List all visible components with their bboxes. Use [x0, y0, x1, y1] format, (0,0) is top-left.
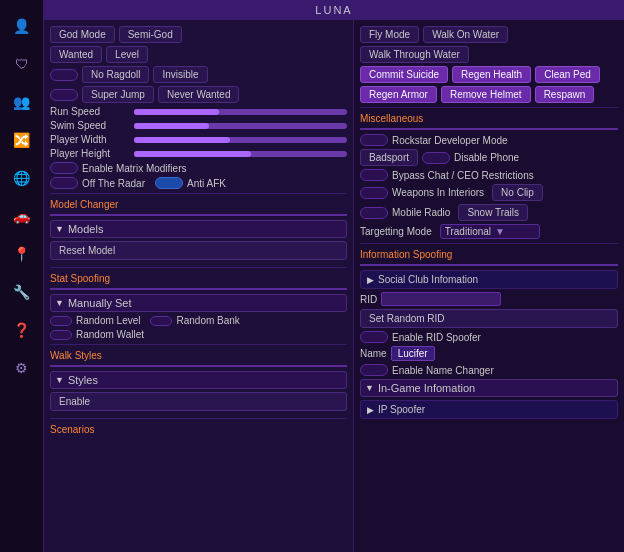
stat-spoofing-header: Stat Spoofing — [50, 273, 347, 284]
targeting-dropdown-arrow-icon: ▼ — [495, 226, 505, 237]
reset-model-button[interactable]: Reset Model — [50, 241, 347, 260]
ip-spoofer-row[interactable]: ▶ IP Spoofer — [360, 400, 618, 419]
enable-rid-toggle[interactable] — [360, 331, 388, 343]
misc-header: Miscellaneous — [360, 113, 618, 124]
sidebar-icon-settings[interactable]: ⚙ — [6, 352, 38, 384]
targeting-dropdown[interactable]: Traditional ▼ — [440, 224, 540, 239]
enable-button[interactable]: Enable — [50, 392, 347, 411]
level-label: Level — [115, 49, 139, 60]
wanted-button[interactable]: Wanted — [50, 46, 102, 63]
rockstar-dev-label: Rockstar Developer Mode — [392, 135, 508, 146]
name-value[interactable]: Lucifer — [391, 346, 435, 361]
armor-row: Regen Armor Remove Helmet Respawn — [360, 86, 618, 103]
walk-through-water-button[interactable]: Walk Through Water — [360, 46, 469, 63]
random-bank-label: Random Bank — [176, 315, 239, 326]
run-speed-label: Run Speed — [50, 106, 130, 117]
no-clip-button[interactable]: No Clip — [492, 184, 543, 201]
enable-name-toggle[interactable] — [360, 364, 388, 376]
mobile-radio-label: Mobile Radio — [392, 207, 450, 218]
models-collapse[interactable]: ▼ Models — [50, 220, 347, 238]
sidebar-icon-question[interactable]: ❓ — [6, 314, 38, 346]
radar-afk-row: Off The Radar Anti AFK — [50, 177, 347, 189]
rockstar-dev-toggle[interactable] — [360, 134, 388, 146]
matrix-toggle[interactable] — [50, 162, 78, 174]
sidebar-icon-car[interactable]: 🚗 — [6, 200, 38, 232]
weapons-toggle[interactable] — [360, 187, 388, 199]
bypass-chat-toggle[interactable] — [360, 169, 388, 181]
player-width-slider[interactable] — [134, 137, 347, 143]
disable-phone-toggle[interactable] — [422, 152, 450, 164]
badsport-button[interactable]: Badsport — [360, 149, 418, 166]
random-wallet-row: Random Wallet — [50, 329, 347, 340]
scenarios-header: Scenarios — [50, 424, 347, 435]
regen-health-button[interactable]: Regen Health — [452, 66, 531, 83]
ip-spoofer-triangle-icon: ▶ — [367, 405, 374, 415]
rid-input[interactable] — [381, 292, 501, 306]
swim-speed-row: Swim Speed — [50, 120, 347, 131]
level-button[interactable]: Level — [106, 46, 148, 63]
respawn-button[interactable]: Respawn — [535, 86, 595, 103]
set-random-rid-button[interactable]: Set Random RID — [360, 309, 618, 328]
regen-armor-button[interactable]: Regen Armor — [360, 86, 437, 103]
rid-label: RID — [360, 294, 377, 305]
wanted-label: Wanted — [59, 49, 93, 60]
topbar: LUNA — [44, 0, 624, 20]
walk-on-water-button[interactable]: Walk On Water — [423, 26, 508, 43]
sidebar-icon-person[interactable]: 👤 — [6, 10, 38, 42]
remove-helmet-button[interactable]: Remove Helmet — [441, 86, 531, 103]
clean-ped-button[interactable]: Clean Ped — [535, 66, 600, 83]
fly-mode-button[interactable]: Fly Mode — [360, 26, 419, 43]
styles-label: Styles — [68, 374, 98, 386]
styles-collapse[interactable]: ▼ Styles — [50, 371, 347, 389]
rockstar-dev-row: Rockstar Developer Mode — [360, 134, 618, 146]
wanted-level-row: Wanted Level — [50, 46, 347, 63]
sidebar-icon-users[interactable]: 👥 — [6, 86, 38, 118]
styles-triangle-icon: ▼ — [55, 375, 64, 385]
in-game-info-collapse[interactable]: ▼ In-Game Infomation — [360, 379, 618, 397]
invisible-button[interactable]: Invisible — [153, 66, 207, 83]
random-bank-toggle[interactable] — [150, 316, 172, 326]
walk-styles-header: Walk Styles — [50, 350, 347, 361]
mobile-radio-row: Mobile Radio Snow Trails — [360, 204, 618, 221]
ragdoll-toggle[interactable] — [50, 69, 78, 81]
snow-trails-button[interactable]: Snow Trails — [458, 204, 528, 221]
bypass-chat-label: Bypass Chat / CEO Restrictions — [392, 170, 534, 181]
disable-phone-label: Disable Phone — [454, 152, 519, 163]
walk-through-water-row: Walk Through Water — [360, 46, 618, 63]
health-row: Commit Suicide Regen Health Clean Ped — [360, 66, 618, 83]
app-title: LUNA — [315, 4, 352, 16]
social-club-row[interactable]: ▶ Social Club Infomation — [360, 270, 618, 289]
player-width-label: Player Width — [50, 134, 130, 145]
swim-speed-label: Swim Speed — [50, 120, 130, 131]
badsport-row: Badsport Disable Phone — [360, 149, 618, 166]
random-level-row: Random Level Random Bank — [50, 315, 347, 326]
god-mode-button[interactable]: God Mode — [50, 26, 115, 43]
sidebar-icon-globe[interactable]: 🌐 — [6, 162, 38, 194]
commit-suicide-button[interactable]: Commit Suicide — [360, 66, 448, 83]
sidebar-icon-tools[interactable]: 🔧 — [6, 276, 38, 308]
left-panel: God Mode Semi-God Wanted Level No Ragdol… — [44, 20, 354, 552]
super-jump-toggle[interactable] — [50, 89, 78, 101]
ip-spoofer-label: IP Spoofer — [378, 404, 425, 415]
player-height-slider[interactable] — [134, 151, 347, 157]
random-wallet-toggle[interactable] — [50, 330, 72, 340]
super-jump-button[interactable]: Super Jump — [82, 86, 154, 103]
sidebar-icon-hierarchy[interactable]: 🔀 — [6, 124, 38, 156]
model-changer-header: Model Changer — [50, 199, 347, 210]
off-radar-toggle[interactable] — [50, 177, 78, 189]
social-club-triangle-icon: ▶ — [367, 275, 374, 285]
anti-afk-toggle[interactable] — [155, 177, 183, 189]
random-level-toggle[interactable] — [50, 316, 72, 326]
manually-set-collapse[interactable]: ▼ Manually Set — [50, 294, 347, 312]
mobile-radio-toggle[interactable] — [360, 207, 388, 219]
sidebar-icon-shield[interactable]: 🛡 — [6, 48, 38, 80]
sidebar-icon-location[interactable]: 📍 — [6, 238, 38, 270]
no-ragdoll-button[interactable]: No Ragdoll — [82, 66, 149, 83]
right-panel: Fly Mode Walk On Water Walk Through Wate… — [354, 20, 624, 552]
never-wanted-button[interactable]: Never Wanted — [158, 86, 240, 103]
semi-god-button[interactable]: Semi-God — [119, 26, 182, 43]
main-area: LUNA God Mode Semi-God Wanted Level — [44, 0, 624, 552]
run-speed-slider[interactable] — [134, 109, 347, 115]
swim-speed-slider[interactable] — [134, 123, 347, 129]
enable-name-label: Enable Name Changer — [392, 365, 494, 376]
